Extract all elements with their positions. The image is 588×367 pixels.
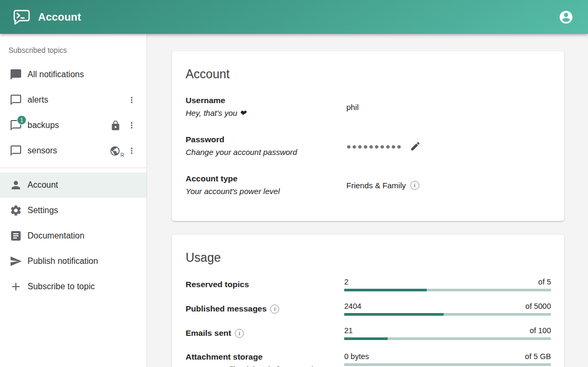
progress-bar [344,337,551,340]
sidebar-item-documentation[interactable]: Documentation [0,223,146,249]
usage-value: 0 bytes [344,352,369,361]
gear-icon [10,204,22,217]
sidebar-item-label: All notifications [27,70,139,79]
sidebar-item-alerts[interactable]: alerts [0,87,146,113]
sidebar-item-label: sensors [27,146,108,155]
usage-limit: of 100 [530,326,551,335]
usage-card: Usage Reserved topics 2 of 5 Published m… [172,235,564,367]
account-type-value: Friends & Family [346,181,406,190]
attachment-storage-label: Attachment storage [186,351,344,363]
reserved-topics-label: Reserved topics [186,278,344,291]
chat-bubble-outline-icon [10,94,22,106]
ntfy-logo-icon [13,9,31,25]
progress-fill [344,313,444,316]
sidebar-item-sensors[interactable]: sensors R [0,138,146,163]
emails-sent-meter: 21 of 100 [344,326,551,340]
sidebar-item-publish-notification[interactable]: Publish notification [0,249,146,274]
lock-icon [110,120,121,131]
account-type-label: Account type [186,172,346,185]
globe-reserved-icon: R [108,144,121,157]
progress-bar [344,363,551,366]
usage-value: 2404 [344,302,361,310]
sidebar-item-label: Account [27,180,139,190]
article-icon [10,230,22,242]
sidebar-item-subscribe-to-topic[interactable]: Subscribe to topic [0,274,146,299]
password-sublabel: Change your account password [186,146,346,159]
subscribed-topics-header: Subscribed topics [0,38,146,62]
sidebar-divider [0,168,146,168]
account-card-title: Account [186,67,551,81]
emails-sent-label: Emails sent i [186,327,344,340]
chat-bubble-outline-icon [10,144,22,157]
sidebar-item-backups[interactable]: 1 backups [0,113,146,138]
account-circle-button[interactable] [555,6,576,27]
chat-bubble-filled-icon [10,68,22,81]
username-label: Username [186,94,346,107]
send-icon [10,255,22,268]
usage-card-title: Usage [186,251,551,265]
more-vert-icon[interactable] [124,118,139,133]
progress-bar [344,289,551,291]
progress-fill [344,289,427,291]
account-card: Account Username Hey, that's you ❤ phil … [172,51,564,221]
plus-icon [10,280,22,293]
usage-row-label: Published messages [186,302,267,315]
attachment-storage-meter: 0 bytes of 5 GB [344,352,551,366]
usage-limit: of 5000 [526,302,551,310]
chat-bubble-outline-icon: 1 [10,119,22,132]
account-type-value-block: Friends & Family i [346,181,551,190]
attachment-storage-label-block: Attachment storage 200 MB per file, dele… [186,351,344,367]
unread-count-badge: 1 [17,115,26,125]
password-value-block: ●●●●●●●●●● [346,139,551,153]
sidebar-item-label: Subscribe to topic [27,282,139,291]
sidebar-item-label: alerts [27,95,124,105]
password-masked-value: ●●●●●●●●●● [346,142,402,150]
usage-value: 2 [344,278,348,286]
reserved-topics-meter: 2 of 5 [344,278,551,291]
info-icon[interactable]: i [410,181,419,190]
app-bar: Account [0,0,588,34]
published-messages-meter: 2404 of 5000 [344,302,551,316]
page-title: Account [38,11,555,23]
reserved-sub-label: R [121,152,124,158]
usage-limit: of 5 GB [525,352,551,361]
sidebar-item-settings[interactable]: Settings [0,198,146,223]
account-type-sublabel: Your account's power level [186,185,346,198]
info-icon[interactable]: i [235,329,244,338]
pencil-icon[interactable] [409,139,422,153]
password-label: Password [186,133,346,146]
password-label-block: Password Change your account password [186,133,346,159]
sidebar-item-account[interactable]: Account [0,172,146,198]
username-sublabel: Hey, that's you ❤ [186,107,346,120]
sidebar-item-label: Publish notification [27,256,139,266]
sidebar-item-label: Settings [27,206,139,215]
username-label-block: Username Hey, that's you ❤ [186,94,346,120]
attachment-storage-sublabel: 200 MB per file, deleted after 1 week [186,363,344,367]
username-value: phil [346,103,551,112]
sidebar: Subscribed topics All notifications aler… [0,34,147,367]
main-content: Account Username Hey, that's you ❤ phil … [147,34,588,367]
info-icon[interactable]: i [270,305,279,314]
sidebar-item-label: Documentation [27,231,139,241]
usage-row-label: Reserved topics [186,278,249,291]
sidebar-item-label: backups [27,121,110,130]
usage-value: 21 [344,326,353,335]
usage-limit: of 5 [538,278,551,286]
person-icon [10,179,22,191]
progress-bar [344,313,551,316]
sidebar-item-all-notifications[interactable]: All notifications [0,62,146,87]
more-vert-icon[interactable] [124,93,139,107]
account-type-label-block: Account type Your account's power level [186,172,346,198]
published-messages-label: Published messages i [186,302,344,315]
usage-row-label: Emails sent [186,327,231,340]
progress-fill [344,337,388,340]
more-vert-icon[interactable] [124,143,139,158]
